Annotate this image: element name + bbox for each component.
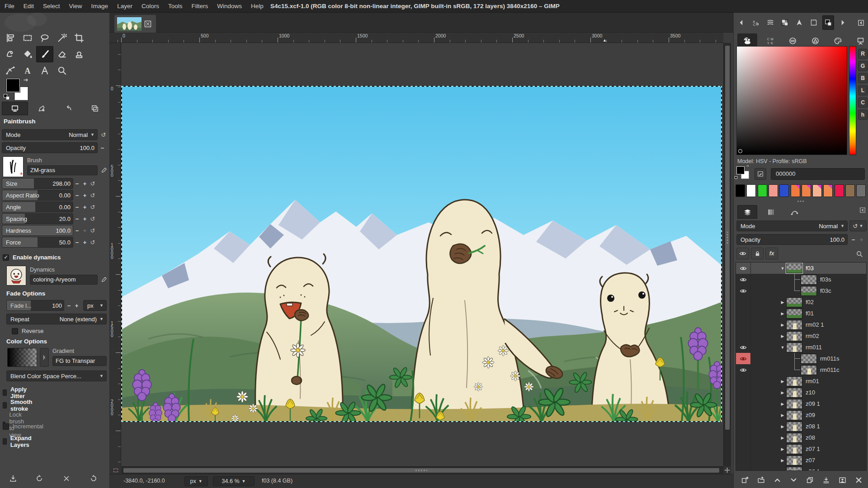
brush-edit-icon[interactable] [99,165,108,175]
fg-bg-colors[interactable] [6,79,33,105]
checkbox[interactable] [3,402,7,408]
dynamics-edit-icon[interactable] [99,275,108,285]
horizontal-ruler[interactable]: ▲ 0500100015002000250030003500 [110,33,723,43]
layer-visibility-toggle[interactable] [736,466,751,471]
layer-visibility-toggle[interactable] [736,285,751,296]
layer-thumbnail[interactable] [786,263,802,273]
dock-toolbar-colors-icon[interactable] [822,15,834,30]
layer-name[interactable]: z10 [806,389,815,396]
menu-windows[interactable]: Windows [212,0,246,12]
increase-button[interactable]: + [81,237,89,247]
dock-tab-images[interactable] [82,102,108,115]
merge-down-button[interactable] [819,474,833,486]
layer-thumbnail[interactable] [801,365,817,375]
tool-paintbrush[interactable] [36,46,53,62]
menu-tools[interactable]: Tools [164,0,187,12]
dock-collapse-icon[interactable] [855,15,867,30]
layer-name[interactable]: z07 [806,457,815,464]
expander-closed[interactable]: ▶ [779,436,786,440]
checkbox-row-smooth-stroke[interactable]: Smooth stroke [3,399,34,412]
link-reset-icon[interactable]: ↺ [89,227,97,234]
dynamics-preview[interactable] [6,266,26,286]
layers-dock-tab-channels[interactable] [761,205,781,219]
layers-dock-tab-paths[interactable] [784,205,804,219]
layer-row[interactable]: ▶ z08 1 [736,421,866,432]
saturation-value-square[interactable] [736,46,847,155]
layer-opacity-increase[interactable]: + [858,235,865,244]
tool-rectangle-select[interactable] [19,30,36,46]
dock-tab-tool-options[interactable] [2,102,28,115]
menu-image[interactable]: Image [87,0,113,12]
layer-name[interactable]: f01 [806,310,814,317]
expander-closed[interactable]: ▶ [779,300,786,305]
increase-button[interactable]: + [81,202,89,212]
layer-opacity-slider[interactable]: Opacity 100.0 [736,234,848,245]
mode-reset-button[interactable]: ↺ [99,129,108,140]
palette-more-dots[interactable]: ••• [734,199,868,204]
expander-closed[interactable]: ▶ [779,311,786,316]
layer-thumbnail[interactable] [786,444,802,454]
layer-row[interactable]: ▶ z09 [736,409,866,421]
layer-thumbnail[interactable] [786,455,802,465]
layer-row[interactable]: rm011c [736,364,866,375]
gradient-preview[interactable] [7,348,37,367]
layer-mode-switch-button[interactable]: ↺▼ [849,221,867,231]
delete-layer-button[interactable] [851,474,866,486]
layer-visibility-toggle[interactable] [736,409,751,421]
dynamics-name-field[interactable]: coloring-Aryeom [30,275,98,285]
layer-row[interactable]: ▼ rm011 [736,342,866,353]
layer-visibility-toggle[interactable] [736,375,751,387]
layer-row[interactable]: ▶ z07 [736,455,866,466]
dock-toolbar-brushes-icon[interactable] [764,15,776,30]
layer-effects-button[interactable]: fx [765,248,778,259]
channel-button-B[interactable]: B [858,73,868,83]
layer-visibility-toggle[interactable] [736,308,751,319]
dock-toolbar-pointer-icon[interactable] [793,15,805,30]
layer-visibility-toggle[interactable] [736,353,751,364]
dock-toolbar-fonts-icon[interactable]: abC [750,15,762,30]
unit-dropdown[interactable]: px ▼ [184,476,208,486]
layer-name[interactable]: z09 1 [806,400,820,407]
layer-visibility-toggle[interactable] [736,421,751,432]
menu-select[interactable]: Select [38,0,65,12]
quick-mask-button[interactable] [110,466,121,474]
palette-swatch[interactable] [736,184,745,197]
checkbox[interactable] [3,389,7,396]
menu-layer[interactable]: Layer [113,0,137,12]
layer-row[interactable]: rm011s [736,353,866,364]
slider-aspect-ratio[interactable]: Aspect Ratio 0.00 [2,190,73,201]
zoom-dropdown[interactable]: 34.6 % ▼ [213,476,255,486]
increase-button[interactable]: + [81,190,89,200]
hue-strip[interactable] [849,46,856,155]
palette-swatch[interactable] [758,184,767,197]
enable-dynamics-row[interactable]: ✓ Enable dynamics [3,254,61,261]
default-colors-icon[interactable] [735,176,737,179]
decrease-button[interactable]: − [73,202,81,212]
lower-layer-button[interactable] [786,474,801,486]
expander-closed[interactable]: ▶ [779,469,786,471]
dock-toolbar-selection-icon[interactable] [808,15,820,30]
layer-name[interactable]: z08 1 [806,423,820,430]
dock-foreground-swatch[interactable] [736,166,745,174]
layer-name[interactable]: z08 [806,434,815,441]
layer-thumbnail[interactable] [786,467,802,471]
expander-closed[interactable]: ▶ [779,447,786,451]
layer-thumbnail[interactable] [801,275,817,285]
tool-alignment[interactable] [2,30,19,46]
layer-thumbnail[interactable] [801,286,817,296]
layer-row[interactable]: ▶ rm02 [736,330,866,342]
tool-measure[interactable] [36,62,53,79]
layer-row[interactable]: ▶ rm02 1 [736,319,866,330]
tool-clone[interactable] [71,46,88,62]
tool-warp-transform[interactable] [2,46,19,62]
layer-visibility-toggle[interactable] [736,342,751,353]
layer-visibility-toggle[interactable] [736,398,751,409]
layer-visibility-toggle[interactable] [736,455,751,466]
link-reset-icon[interactable]: ↺ [89,192,97,199]
default-colors-icon[interactable] [6,96,9,100]
menu-help[interactable]: Help [246,0,268,12]
layer-row[interactable]: ▶ z07 1 [736,443,866,455]
canvas-viewport[interactable] [121,43,723,466]
layer-name[interactable]: z07 1 [806,446,820,452]
dock-tab-device-status[interactable] [28,102,55,115]
